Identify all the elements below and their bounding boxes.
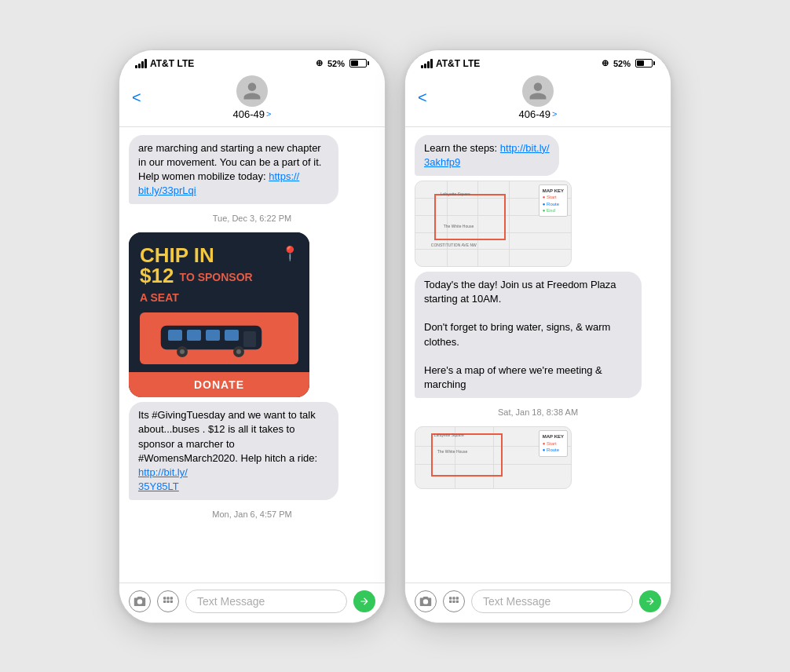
location-pin-icon: 📍	[281, 245, 298, 262]
signal-bar	[421, 65, 423, 68]
timestamp-3: Sat, Jan 18, 8:38 AM	[415, 407, 661, 417]
phones-container: AT&T LTE ⊕ 52% < 406-	[119, 49, 671, 623]
message-bubble-4: Today's the day! Join us at Freedom Plaz…	[415, 272, 642, 399]
signal-bar	[430, 59, 433, 68]
avatar-1	[236, 75, 268, 107]
svg-point-10	[265, 329, 272, 337]
contact-name-1[interactable]: 406-49 >	[233, 108, 272, 120]
nav-center-1: 406-49 >	[233, 75, 272, 120]
donate-image: CHIP IN $12 TO SPONSORA SEAT 📍	[129, 232, 309, 397]
send-button-1[interactable]	[353, 590, 375, 612]
map-key-box-2: MAP KEY ● Start ● Route	[539, 430, 568, 456]
nav-bar-2: < 406-49 >	[405, 72, 671, 127]
map-inner-2: The White House Lafayette Square MAP KEY…	[415, 427, 571, 488]
text-input-1[interactable]: Text Message	[185, 590, 347, 613]
battery-fill-2	[637, 60, 644, 66]
link-2[interactable]: http://bit.ly/35Y85LT	[138, 466, 188, 492]
svg-rect-1	[168, 330, 182, 341]
map-key-box-1: MAP KEY ● Start ● Route ● End	[539, 184, 568, 217]
donate-top: CHIP IN $12 TO SPONSORA SEAT 📍	[129, 232, 309, 372]
phone-1: AT&T LTE ⊕ 52% < 406-	[119, 49, 386, 623]
apps-button-2[interactable]	[443, 590, 465, 612]
signal-bar	[138, 64, 141, 68]
signal-bar	[135, 65, 137, 68]
map-inner-1: The White House Lafayette Square CONSTIT…	[415, 181, 571, 266]
avatar-2	[522, 75, 554, 107]
messages-area-1: are marching and starting a new chapter …	[119, 127, 385, 583]
signal-bar	[427, 61, 430, 68]
donate-image-bubble: CHIP IN $12 TO SPONSORA SEAT 📍	[129, 232, 309, 397]
contact-chevron-2: >	[552, 109, 557, 119]
map-route-2	[431, 433, 503, 477]
map-label-const: CONSTITUTION AVE NW	[431, 243, 477, 247]
message-bubble-2: Its #GivingTuesday and we want to talk a…	[129, 402, 338, 500]
send-icon-1	[359, 596, 370, 607]
camera-icon-1	[133, 596, 146, 607]
message-bubble-1: are marching and starting a new chapter …	[129, 135, 338, 205]
status-left-2: AT&T LTE	[421, 58, 480, 69]
status-left-1: AT&T LTE	[135, 58, 194, 69]
back-button-2[interactable]: <	[418, 89, 427, 107]
person-icon-2	[528, 81, 548, 101]
carrier-1: AT&T LTE	[150, 58, 194, 69]
camera-button-2[interactable]	[415, 590, 437, 612]
bus-area	[140, 312, 298, 364]
chip-in-text: CHIP IN $12 TO SPONSORA SEAT	[140, 245, 298, 306]
svg-rect-5	[243, 331, 256, 347]
svg-rect-2	[187, 330, 201, 341]
apps-button-1[interactable]	[157, 590, 179, 612]
map-label-laf2: Lafayette Square	[434, 433, 464, 437]
battery-percent-1: 52%	[327, 59, 345, 68]
signal-bar	[141, 61, 144, 68]
status-bar-1: AT&T LTE ⊕ 52%	[119, 50, 385, 72]
map-label-wh2: The White House	[437, 449, 468, 454]
contact-chevron-1: >	[266, 109, 271, 119]
status-right-1: ⊕ 52%	[316, 58, 369, 68]
bus-svg	[152, 319, 286, 358]
status-right-2: ⊕ 52%	[602, 58, 655, 68]
battery-tip	[368, 61, 369, 65]
location-icon-1: ⊕	[316, 58, 323, 68]
camera-icon-2	[419, 596, 432, 607]
battery-icon-1	[349, 59, 369, 68]
location-icon-2: ⊕	[602, 58, 609, 68]
messages-area-2: Learn the steps: http://bit.ly/3akhfp9	[405, 127, 671, 583]
carrier-2: AT&T LTE	[436, 58, 480, 69]
back-button-1[interactable]: <	[132, 89, 141, 107]
signal-bar	[424, 64, 426, 68]
battery-fill	[351, 60, 358, 66]
timestamp-1: Tue, Dec 3, 6:22 PM	[129, 214, 375, 223]
map-label-laf: Lafayette Square	[441, 192, 470, 196]
input-bar-1: Text Message	[119, 583, 385, 623]
camera-button-1[interactable]	[129, 590, 151, 612]
send-button-2[interactable]	[639, 590, 661, 612]
signal-bars-2	[421, 59, 433, 68]
svg-rect-4	[225, 330, 239, 341]
signal-bars-1	[135, 59, 147, 68]
signal-bar	[144, 59, 147, 68]
donate-button[interactable]: DONATE	[129, 372, 309, 397]
map-route-1	[434, 194, 506, 240]
text-input-2[interactable]: Text Message	[471, 590, 633, 613]
battery-body	[349, 59, 367, 68]
nav-center-2: 406-49 >	[519, 75, 558, 120]
apps-icon-1	[162, 595, 174, 608]
svg-point-9	[236, 349, 241, 354]
map-image-2: The White House Lafayette Square MAP KEY…	[415, 426, 572, 489]
nav-bar-1: < 406-49 >	[119, 72, 385, 127]
person-icon-1	[242, 81, 262, 101]
battery-percent-2: 52%	[613, 59, 631, 68]
send-icon-2	[645, 596, 656, 607]
svg-rect-3	[206, 330, 220, 341]
apps-icon-2	[448, 595, 460, 608]
message-bubble-3: Learn the steps: http://bit.ly/3akhfp9	[415, 135, 559, 176]
svg-point-7	[180, 349, 185, 354]
status-bar-2: AT&T LTE ⊕ 52%	[405, 50, 671, 72]
contact-name-2[interactable]: 406-49 >	[519, 108, 558, 120]
battery-body-2	[635, 59, 653, 68]
battery-tip-2	[653, 61, 655, 65]
map-image-1: The White House Lafayette Square CONSTIT…	[415, 181, 572, 267]
phone-2: AT&T LTE ⊕ 52% < 406-	[404, 49, 671, 623]
battery-icon-2	[635, 59, 655, 68]
timestamp-2: Mon, Jan 6, 4:57 PM	[129, 509, 375, 519]
